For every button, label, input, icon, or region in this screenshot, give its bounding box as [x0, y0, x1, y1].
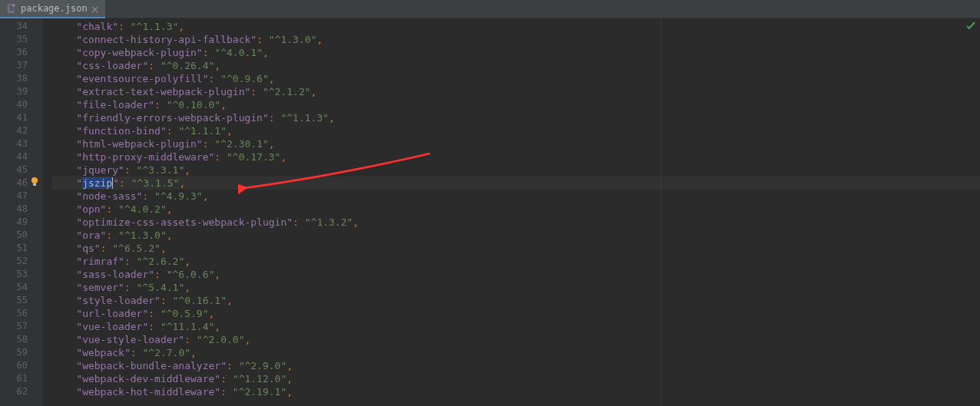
line-number: 57 [0, 320, 43, 333]
code-line[interactable]: "file-loader": "^0.10.0", [52, 98, 980, 111]
code-line[interactable]: "semver": "^5.4.1", [52, 281, 980, 294]
line-number: 47 [0, 190, 43, 203]
code-line[interactable]: "qs": "^6.5.2", [52, 242, 980, 255]
line-number: 60 [0, 359, 43, 372]
code-line[interactable]: "html-webpack-plugin": "^2.30.1", [52, 137, 980, 150]
tab-bar: package.json [0, 0, 980, 18]
code-line[interactable]: "extract-text-webpack-plugin": "^2.1.2", [52, 85, 980, 98]
line-number: 56 [0, 307, 43, 320]
line-number: 55 [0, 294, 43, 307]
line-number: 52 [0, 255, 43, 268]
code-line[interactable]: "webpack": "^2.7.0", [52, 346, 980, 359]
line-number: 54 [0, 281, 43, 294]
code-line[interactable]: "sass-loader": "^6.0.6", [52, 268, 980, 281]
svg-point-2 [31, 177, 38, 183]
code-line[interactable]: "copy-webpack-plugin": "^4.0.1", [52, 46, 980, 59]
code-line[interactable]: "css-loader": "^0.26.4", [52, 59, 980, 72]
line-number: 43 [0, 137, 43, 150]
current-line-highlight [52, 177, 980, 190]
line-number: 44 [0, 150, 43, 163]
code-line[interactable]: "friendly-errors-webpack-plugin": "^1.1.… [52, 111, 980, 124]
line-number: 35 [0, 33, 43, 46]
line-number: 58 [0, 333, 43, 346]
code-line[interactable]: "style-loader": "^0.16.1", [52, 294, 980, 307]
code-line[interactable]: "url-loader": "^0.5.9", [52, 307, 980, 320]
line-number: 62 [0, 385, 43, 398]
line-number: 59 [0, 346, 43, 359]
close-icon[interactable] [91, 5, 99, 12]
code-line[interactable]: "webpack-hot-middleware": "^2.19.1", [52, 385, 980, 398]
svg-point-1 [12, 3, 15, 6]
line-number: 49 [0, 216, 43, 229]
code-line[interactable]: "eventsource-polyfill": "^0.9.6", [52, 72, 980, 85]
code-line[interactable]: "jszip": "^3.1.5", [52, 177, 980, 190]
code-line[interactable]: "http-proxy-middleware": "^0.17.3", [52, 150, 980, 163]
code-line[interactable]: "rimraf": "^2.6.2", [52, 255, 980, 268]
code-line[interactable]: "node-sass": "^4.9.3", [52, 190, 980, 203]
line-number: 53 [0, 268, 43, 281]
code-line[interactable]: "opn": "^4.0.2", [52, 203, 980, 216]
code-line[interactable]: "chalk": "^1.1.3", [52, 20, 980, 33]
code-area[interactable]: "chalk": "^1.1.3", "connect-history-api-… [43, 18, 980, 406]
line-number: 61 [0, 372, 43, 385]
code-line[interactable]: "function-bind": "^1.1.1", [52, 124, 980, 137]
tab-filename: package.json [21, 3, 88, 14]
json-file-icon [6, 3, 17, 14]
code-line[interactable]: "optimize-css-assets-webpack-plugin": "^… [52, 216, 980, 229]
line-number: 48 [0, 203, 43, 216]
line-number: 45 [0, 163, 43, 177]
line-number: 41 [0, 111, 43, 124]
code-line[interactable]: "ora": "^1.3.0", [52, 229, 980, 242]
line-number: 51 [0, 242, 43, 255]
intention-bulb-icon[interactable] [29, 177, 40, 187]
editor[interactable]: 3435363738394041424344454647484950515253… [0, 18, 980, 406]
code-line[interactable]: "vue-style-loader": "^2.0.0", [52, 333, 980, 346]
analysis-ok-icon[interactable] [966, 21, 975, 31]
tab-package-json[interactable]: package.json [0, 0, 105, 18]
code-line[interactable]: "vue-loader": "^11.1.4", [52, 320, 980, 333]
code-line[interactable]: "connect-history-api-fallback": "^1.3.0"… [52, 33, 980, 46]
line-number: 39 [0, 85, 43, 98]
code-line[interactable]: "webpack-bundle-analyzer": "^2.9.0", [52, 359, 980, 372]
gutter: 3435363738394041424344454647484950515253… [0, 18, 43, 406]
line-number: 37 [0, 59, 43, 72]
line-number: 50 [0, 229, 43, 242]
right-margin-line [661, 18, 661, 406]
line-number: 34 [0, 20, 43, 33]
code-line[interactable]: "jquery": "^3.3.1", [52, 163, 980, 177]
line-number: 40 [0, 98, 43, 111]
line-number: 38 [0, 72, 43, 85]
line-number: 42 [0, 124, 43, 137]
line-number: 36 [0, 46, 43, 59]
code-line[interactable]: "webpack-dev-middleware": "^1.12.0", [52, 372, 980, 385]
svg-rect-3 [33, 183, 36, 186]
